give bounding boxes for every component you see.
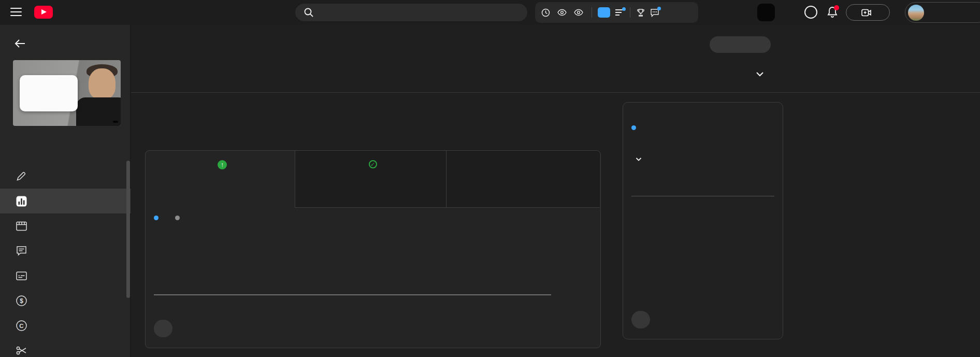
sidebar-item-details[interactable]	[0, 164, 131, 189]
scissors-icon	[16, 346, 27, 355]
divider	[592, 7, 592, 18]
eye-icon	[574, 9, 583, 16]
account-chip[interactable]	[905, 2, 980, 23]
realtime-axis	[631, 196, 774, 196]
extension-stat-48h	[557, 9, 569, 16]
svg-text:$: $	[20, 297, 23, 304]
list-lines-icon[interactable]	[615, 9, 624, 16]
divider	[630, 7, 630, 18]
create-video-icon	[861, 9, 871, 17]
realtime-bar-chart	[631, 176, 774, 195]
x-axis	[154, 294, 551, 295]
analytics-icon	[16, 196, 27, 207]
sidebar-scrollbar[interactable]	[126, 161, 130, 298]
create-button[interactable]	[846, 4, 890, 21]
video-thumbnail[interactable]	[13, 60, 121, 126]
sidebar: $ C	[0, 25, 131, 357]
realtime-see-more-button[interactable]	[631, 311, 650, 329]
youtube-play-icon	[34, 6, 53, 19]
sidebar-item-languages[interactable]	[0, 263, 131, 288]
video-duration-badge	[113, 121, 118, 123]
sidebar-item-editor[interactable]	[0, 213, 131, 238]
sidebar-item-copyright[interactable]: C	[0, 313, 131, 338]
avatar	[908, 5, 924, 21]
channel-search[interactable]	[295, 4, 527, 21]
dollar-circle-icon: $	[16, 295, 27, 306]
legend-dot-blue	[154, 216, 158, 220]
main-content: ↑ ✓	[131, 25, 980, 357]
divider	[131, 92, 980, 93]
chart-legend	[154, 216, 184, 220]
notifications-bell-icon[interactable]	[826, 6, 840, 19]
views-line-chart[interactable]	[154, 231, 551, 295]
languages-subtitles-icon	[16, 272, 27, 280]
live-dot-icon	[631, 125, 636, 130]
clock-icon	[541, 8, 550, 17]
pencil-icon	[16, 171, 27, 181]
metric-tab-watch-time[interactable]: ✓	[295, 151, 446, 208]
sidebar-item-monetization[interactable]: $	[0, 288, 131, 313]
svg-text:C: C	[19, 322, 23, 329]
sidebar-item-clips[interactable]	[0, 338, 131, 357]
legend-dot-grey	[175, 216, 180, 220]
sidebar-item-comments[interactable]	[0, 238, 131, 263]
comments-icon	[16, 246, 27, 256]
date-range-picker[interactable]	[623, 61, 768, 87]
eye-icon	[557, 9, 567, 16]
overview-analytics-card: ↑ ✓	[145, 150, 601, 348]
check-green-icon: ✓	[369, 160, 377, 168]
chat-bubble-icon[interactable]	[650, 8, 659, 17]
realtime-count-label[interactable]	[631, 155, 643, 163]
see-more-button[interactable]	[154, 320, 172, 337]
editor-icon	[16, 221, 27, 231]
back-to-channel-content[interactable]	[0, 36, 131, 51]
metric-tab-subscribers[interactable]	[446, 151, 600, 208]
realtime-live-status	[631, 125, 640, 130]
legend-this-video[interactable]	[154, 216, 163, 220]
topbar	[0, 0, 980, 25]
search-input[interactable]	[321, 8, 508, 17]
up-arrow-green-icon: ↑	[218, 160, 227, 169]
metric-tab-views[interactable]: ↑	[146, 151, 295, 208]
nexlev-extension-icon[interactable]	[757, 4, 775, 21]
help-icon[interactable]	[804, 6, 817, 19]
legend-typical-performance[interactable]	[175, 216, 184, 220]
sidebar-menu: $ C	[0, 164, 131, 357]
extension-stats-pill	[535, 2, 698, 23]
chevron-down-icon	[754, 68, 766, 80]
chevron-down-icon	[635, 155, 643, 163]
extension-stat-views	[574, 9, 586, 16]
analytics-tabs	[145, 73, 220, 82]
vidiq-icon[interactable]	[598, 7, 610, 18]
copyright-icon: C	[16, 320, 27, 331]
extension-stat-watchtime	[541, 8, 553, 17]
back-arrow-icon	[15, 39, 25, 48]
youtube-studio-logo[interactable]	[34, 6, 55, 19]
hamburger-menu-icon[interactable]	[10, 8, 22, 16]
trophy-icon[interactable]	[636, 8, 645, 17]
search-icon	[304, 7, 314, 18]
advanced-mode-button[interactable]	[710, 36, 771, 53]
metric-tabs: ↑ ✓	[146, 151, 600, 208]
sidebar-item-analytics[interactable]	[0, 189, 131, 213]
thumbnail-roas-card	[20, 75, 78, 111]
notification-dot	[834, 5, 839, 10]
realtime-card	[623, 102, 783, 339]
